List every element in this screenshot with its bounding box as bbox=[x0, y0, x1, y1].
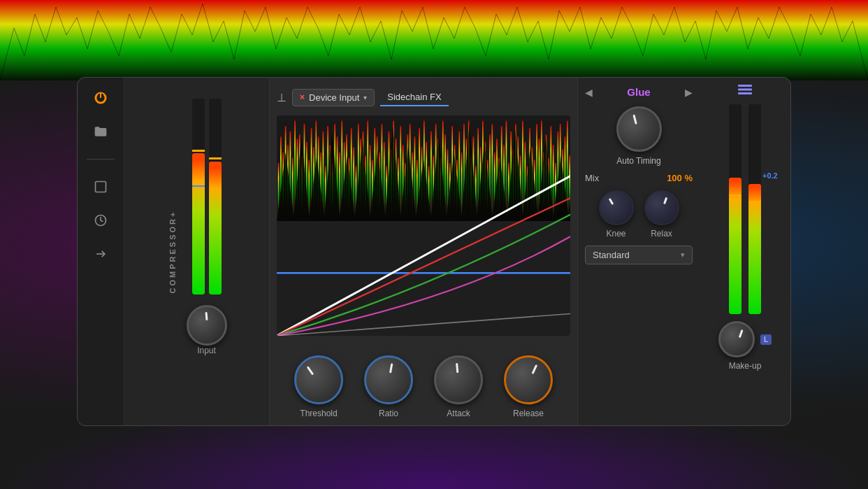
output-peak-left bbox=[729, 194, 742, 197]
attack-knob-indicator bbox=[456, 363, 458, 373]
input-peak-right bbox=[209, 157, 222, 160]
left-panel: COMPRESSOR+ Input bbox=[123, 78, 270, 425]
dropdown-arrow-icon: ▾ bbox=[681, 250, 685, 260]
auto-timing-label: Auto Timing bbox=[616, 156, 660, 166]
sidechain-fx-button[interactable]: Sidechain FX bbox=[380, 89, 448, 106]
compression-curves bbox=[277, 115, 570, 336]
menu-icon[interactable] bbox=[738, 85, 752, 97]
makeup-knob-section: L Make-up bbox=[718, 321, 772, 371]
left-sidebar bbox=[78, 78, 123, 425]
output-fill-right bbox=[748, 184, 761, 314]
relax-label: Relax bbox=[651, 229, 672, 239]
attack-knob[interactable] bbox=[434, 355, 483, 404]
ratio-knob[interactable] bbox=[364, 355, 413, 404]
threshold-knob-indicator bbox=[307, 366, 314, 375]
relax-group: Relax bbox=[644, 190, 679, 239]
output-peak-right bbox=[748, 201, 761, 203]
attack-label: Attack bbox=[447, 409, 470, 418]
square-button[interactable] bbox=[91, 177, 110, 197]
right-panel: ◀ Glue ▶ Auto Timing Mix 100 % bbox=[577, 78, 700, 425]
compressor-label: COMPRESSOR+ bbox=[168, 210, 177, 293]
release-knob[interactable] bbox=[504, 355, 553, 404]
header-bar: ⊥ × Device Input ▾ Sidechain FX bbox=[277, 85, 570, 110]
svg-rect-155 bbox=[738, 85, 752, 87]
threshold-knob[interactable] bbox=[294, 355, 343, 404]
center-panel: ⊥ × Device Input ▾ Sidechain FX bbox=[270, 78, 577, 425]
nav-icon[interactable]: ⊥ bbox=[277, 91, 287, 104]
input-meter-left-fill bbox=[192, 153, 205, 295]
knobs-row: Threshold Ratio Attack bbox=[277, 341, 570, 418]
relax-knob-indicator bbox=[663, 197, 667, 204]
meter-threshold-line bbox=[192, 185, 205, 187]
input-meter-right-fill bbox=[209, 162, 222, 295]
input-meters bbox=[192, 99, 222, 295]
input-meter-left bbox=[192, 99, 205, 295]
release-label: Release bbox=[513, 409, 544, 418]
makeup-knob-indicator bbox=[739, 329, 744, 338]
svg-rect-0 bbox=[0, 0, 868, 80]
glue-left-arrow[interactable]: ◀ bbox=[585, 87, 593, 98]
folder-button[interactable] bbox=[91, 122, 110, 141]
mix-row: Mix 100 % bbox=[585, 173, 693, 183]
bg-spectrum-top bbox=[0, 0, 868, 80]
knee-knob[interactable] bbox=[599, 190, 634, 225]
glue-right-arrow[interactable]: ▶ bbox=[685, 87, 693, 98]
knee-label: Knee bbox=[606, 229, 625, 239]
mix-label: Mix bbox=[585, 173, 599, 183]
standard-dropdown-label: Standard bbox=[593, 250, 630, 260]
auto-timing-section: Auto Timing bbox=[616, 106, 662, 166]
clock-button[interactable] bbox=[91, 211, 110, 230]
svg-rect-156 bbox=[738, 89, 752, 91]
glue-title: Glue bbox=[627, 86, 650, 98]
input-knob[interactable] bbox=[187, 305, 227, 346]
main-content: COMPRESSOR+ Input bbox=[123, 78, 790, 425]
device-input-button[interactable]: × Device Input ▾ bbox=[292, 89, 375, 106]
makeup-row: L bbox=[718, 321, 772, 357]
makeup-label: Make-up bbox=[729, 361, 762, 371]
ratio-group: Ratio bbox=[364, 355, 413, 418]
input-knob-indicator bbox=[205, 312, 208, 320]
mix-value[interactable]: 100 % bbox=[667, 173, 693, 183]
threshold-label: Threshold bbox=[300, 409, 337, 418]
input-meter-right bbox=[209, 99, 222, 295]
input-knob-section: Input bbox=[187, 305, 227, 355]
release-knob-indicator bbox=[532, 364, 538, 374]
input-label: Input bbox=[197, 346, 216, 355]
close-device-icon[interactable]: × bbox=[300, 92, 305, 102]
auto-timing-knob[interactable] bbox=[616, 106, 662, 152]
threshold-group: Threshold bbox=[294, 355, 343, 418]
output-meter-right bbox=[748, 104, 761, 314]
makeup-knob[interactable] bbox=[718, 321, 755, 357]
output-db-label: +0.2 bbox=[762, 171, 778, 180]
svg-rect-3 bbox=[95, 182, 106, 192]
release-group: Release bbox=[504, 355, 553, 418]
knee-knob-indicator bbox=[608, 198, 614, 205]
attack-group: Attack bbox=[434, 355, 483, 418]
power-button[interactable] bbox=[91, 88, 110, 108]
knee-relax-row: Knee Relax bbox=[599, 190, 679, 239]
ratio-knob-indicator bbox=[389, 363, 393, 373]
standard-dropdown[interactable]: Standard ▾ bbox=[585, 246, 693, 264]
plugin-window: COMPRESSOR+ Input bbox=[77, 77, 791, 426]
relax-knob[interactable] bbox=[644, 190, 679, 225]
svg-rect-157 bbox=[738, 92, 752, 94]
output-fill-left bbox=[729, 178, 742, 314]
output-meters: +0.2 bbox=[729, 104, 761, 314]
sidebar-divider bbox=[87, 159, 115, 160]
glue-header: ◀ Glue ▶ bbox=[585, 85, 693, 99]
l-badge: L bbox=[760, 334, 772, 345]
ratio-label: Ratio bbox=[379, 409, 398, 418]
output-meter-left bbox=[729, 104, 742, 314]
auto-timing-indicator bbox=[632, 115, 637, 125]
visualization-area bbox=[277, 115, 570, 336]
input-peak-left bbox=[192, 150, 205, 152]
far-right-panel: +0.2 L Make-up bbox=[700, 78, 790, 425]
device-dropdown-arrow[interactable]: ▾ bbox=[363, 94, 367, 101]
arrow-button[interactable] bbox=[91, 244, 110, 264]
svg-line-154 bbox=[277, 314, 570, 336]
svg-line-153 bbox=[277, 176, 570, 336]
knee-group: Knee bbox=[599, 190, 634, 239]
device-input-label: Device Input bbox=[309, 92, 359, 103]
